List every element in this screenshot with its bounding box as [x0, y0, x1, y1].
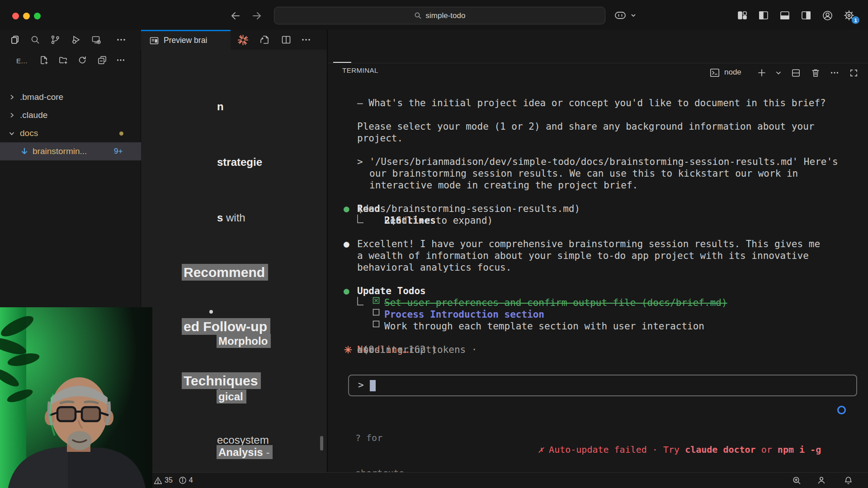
- kill-terminal-trash-icon[interactable]: [810, 67, 821, 79]
- input-prompt: >: [358, 380, 364, 390]
- copilot-icon[interactable]: [614, 9, 627, 22]
- chevron-right-icon: [7, 93, 16, 102]
- remote-explorer-icon[interactable]: [90, 33, 103, 46]
- spinner-circle-icon: [837, 406, 846, 414]
- close-window-button[interactable]: [12, 13, 19, 19]
- chevron-down-icon: [7, 129, 16, 138]
- source-control-icon[interactable]: [49, 33, 61, 46]
- copilot-chevron-down-icon[interactable]: [629, 9, 637, 22]
- panel-title-terminal[interactable]: TERMINAL: [342, 66, 378, 74]
- customize-layout-icon[interactable]: [736, 9, 749, 22]
- forward-icon[interactable]: [251, 10, 263, 22]
- collapse-folders-icon[interactable]: [96, 54, 108, 66]
- checkbox-checked-icon: [373, 297, 380, 304]
- explorer-more-icon[interactable]: [115, 54, 127, 66]
- new-folder-icon[interactable]: [57, 54, 69, 66]
- markdown-preview-pane: n strategie s with existing productivit …: [141, 50, 327, 472]
- preview-bullet-item: Morpholo gical Analysis - Systemati c ex…: [218, 295, 273, 472]
- title-bar: simple-todo 1: [0, 0, 868, 30]
- split-panel-icon[interactable]: [790, 67, 802, 79]
- webcam-overlay: [0, 307, 152, 488]
- bell-icon[interactable]: [844, 473, 853, 488]
- presenter-video: [0, 307, 152, 488]
- file-problems-badge: 9+: [114, 147, 123, 156]
- modified-dot-badge: [119, 131, 123, 136]
- tab-preview-brainstorming[interactable]: Preview brai: [141, 30, 231, 50]
- tree-item-brainstorming-file[interactable]: brainstormin... 9+: [0, 142, 141, 160]
- tree-item-bmad-core[interactable]: .bmad-core: [0, 88, 141, 106]
- claude-code-starburst-icon[interactable]: [236, 33, 249, 46]
- problems-status-item[interactable]: 35 4: [154, 473, 193, 488]
- checkbox-empty-icon: [373, 309, 380, 316]
- warning-icon: [154, 476, 162, 485]
- search-value: simple-todo: [426, 11, 466, 20]
- explorer-icon[interactable]: [9, 33, 21, 46]
- terminal-shell-label[interactable]: node: [724, 68, 741, 77]
- spinner-star-icon: [344, 345, 353, 354]
- terminal-panel: TERMINAL node – What's the initial proje…: [328, 30, 868, 472]
- markdown-file-icon: [20, 147, 29, 156]
- search-view-icon[interactable]: [29, 33, 42, 46]
- tree-item-claude[interactable]: .claude: [0, 106, 141, 124]
- refresh-explorer-icon[interactable]: [76, 54, 88, 66]
- back-icon[interactable]: [230, 10, 241, 22]
- elbow-icon: [357, 215, 363, 223]
- bullet-icon: ●: [344, 203, 349, 215]
- open-changes-icon[interactable]: [258, 33, 271, 46]
- settings-badge: 1: [852, 16, 859, 24]
- elbow-icon: [357, 297, 363, 305]
- chevron-right-icon: [7, 111, 16, 120]
- maximize-panel-icon[interactable]: [848, 67, 859, 79]
- command-center-search[interactable]: simple-todo: [274, 7, 605, 24]
- search-icon: [414, 12, 422, 19]
- checkbox-empty-icon: [373, 320, 380, 328]
- run-and-debug-icon[interactable]: [70, 33, 82, 46]
- markdown-preview-icon: [149, 36, 159, 46]
- tab-label: Preview brai: [164, 36, 207, 45]
- editor-more-actions-icon[interactable]: [300, 33, 312, 46]
- minimize-window-button[interactable]: [23, 13, 30, 19]
- split-editor-icon[interactable]: [280, 33, 292, 46]
- launch-profile-chevron-icon[interactable]: [773, 67, 784, 79]
- account-icon[interactable]: [821, 9, 834, 22]
- info-icon: [179, 476, 187, 484]
- new-terminal-icon[interactable]: [756, 67, 768, 79]
- panel-more-actions-icon[interactable]: [829, 67, 840, 79]
- accounts-status-icon[interactable]: [816, 473, 826, 488]
- vscode-window: simple-todo 1: [0, 0, 868, 488]
- terminal-output: – What's the initial project idea or con…: [344, 97, 863, 356]
- new-file-icon[interactable]: [38, 54, 50, 66]
- toggle-primary-sidebar-icon[interactable]: [757, 9, 770, 22]
- bullet-icon: ●: [344, 238, 349, 250]
- explorer-title: E…: [16, 57, 28, 65]
- toggle-panel-icon[interactable]: [778, 9, 791, 22]
- bullet-icon: ●: [344, 285, 349, 297]
- claude-input-box[interactable]: >: [348, 375, 857, 396]
- tree-item-docs[interactable]: docs: [0, 124, 141, 142]
- toggle-secondary-sidebar-icon[interactable]: [800, 9, 812, 22]
- preview-scrollbar[interactable]: [320, 436, 323, 450]
- text-cursor: [370, 380, 376, 391]
- zoom-window-button[interactable]: [34, 13, 41, 19]
- bullet-dot: [209, 310, 213, 314]
- terminal-shell-icon: [709, 67, 721, 79]
- zoom-status-icon[interactable]: [792, 473, 802, 488]
- activity-bar-more-icon[interactable]: [115, 33, 127, 46]
- panel-top-border: [328, 63, 868, 63]
